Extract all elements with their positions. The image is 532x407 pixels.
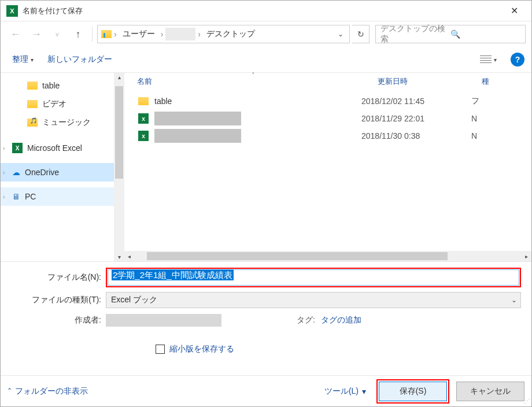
- tree-item-music[interactable]: ミュージック: [1, 113, 114, 132]
- tree-view[interactable]: table ビデオ ミュージック › X Microsoft Excel: [1, 73, 114, 261]
- chevron-up-icon: ˄: [8, 387, 12, 396]
- expand-icon[interactable]: ›: [3, 145, 5, 151]
- list-header[interactable]: 名前 ˄ 更新日時 種: [124, 73, 531, 90]
- filename-highlight: 2学期_2年1組_中間試験成績表: [106, 268, 521, 287]
- scroll-left-icon[interactable]: ◂: [125, 253, 133, 260]
- close-button[interactable]: ✕: [503, 2, 526, 20]
- file-list-pane: 名前 ˄ 更新日時 種 table 2018/12/02 11:45 フ x: [124, 73, 531, 261]
- file-name-masked: [154, 112, 241, 125]
- search-placeholder: デスクトップの検索: [380, 24, 450, 45]
- organize-menu[interactable]: 整理▾: [8, 52, 38, 67]
- list-item[interactable]: x 2018/11/29 22:01 N: [124, 110, 531, 127]
- tree-item-video[interactable]: ビデオ: [1, 95, 114, 113]
- tag-add-link[interactable]: タグの追加: [321, 315, 361, 324]
- music-folder-icon: [27, 119, 38, 127]
- header-date[interactable]: 更新日時: [378, 76, 482, 87]
- expand-icon[interactable]: ›: [3, 169, 5, 176]
- hide-folders-toggle[interactable]: ˄ フォルダーの非表示: [8, 386, 88, 397]
- tree-item-onedrive[interactable]: › ☁ OneDrive: [1, 163, 114, 182]
- forward-button[interactable]: →: [27, 25, 46, 43]
- footer: ˄ フォルダーの非表示 ツール(L) ▾ 保存(S) キャンセル: [1, 375, 531, 406]
- header-type[interactable]: 種: [482, 76, 489, 87]
- file-date: 2018/12/02 11:45: [361, 97, 466, 106]
- folder-icon: [101, 30, 112, 38]
- help-button[interactable]: ?: [511, 53, 524, 66]
- divider: [92, 27, 93, 42]
- scroll-thumb[interactable]: [115, 86, 123, 179]
- chevron-down-icon: ▾: [362, 387, 366, 396]
- save-as-dialog: X 名前を付けて保存 ✕ ← → v ↑ › ユーザー › › デスクトップ ⌄…: [0, 0, 532, 407]
- checkbox-icon[interactable]: [156, 345, 165, 354]
- scroll-right-icon[interactable]: ▸: [523, 253, 530, 260]
- save-button[interactable]: 保存(S): [379, 382, 447, 401]
- list-item[interactable]: table 2018/12/02 11:45 フ: [124, 92, 531, 110]
- toolbar: 整理▾ 新しいフォルダー ▾ ?: [1, 47, 531, 72]
- chevron-right-icon: ›: [114, 29, 117, 39]
- video-folder-icon: [27, 100, 38, 108]
- excel-file-icon: x: [138, 113, 149, 124]
- breadcrumb-users[interactable]: ユーザー: [119, 29, 158, 39]
- scroll-thumb[interactable]: [147, 252, 448, 260]
- tree-item-pc[interactable]: › 🖥 PC: [1, 187, 114, 206]
- new-folder-button[interactable]: 新しいフォルダー: [43, 52, 117, 67]
- file-type: N: [471, 131, 477, 140]
- list-view-icon: [480, 56, 492, 64]
- address-bar[interactable]: › ユーザー › › デスクトップ ⌄: [97, 25, 350, 43]
- chevron-down-icon: ▾: [31, 57, 34, 63]
- up-button[interactable]: ↑: [69, 25, 87, 43]
- file-type: フ: [471, 96, 479, 106]
- file-type: N: [471, 114, 477, 123]
- excel-app-icon: X: [6, 5, 18, 17]
- file-list[interactable]: table 2018/12/02 11:45 フ x 2018/11/29 22…: [124, 90, 531, 251]
- list-item[interactable]: x 2018/11/30 0:38 N: [124, 127, 531, 145]
- tools-menu[interactable]: ツール(L) ▾: [321, 386, 370, 397]
- chevron-down-icon: ⌄: [511, 296, 517, 304]
- folder-icon: [138, 97, 149, 105]
- tree-item-excel[interactable]: › X Microsoft Excel: [1, 139, 114, 157]
- tree-scrollbar[interactable]: ▴ ▾: [114, 73, 124, 261]
- save-highlight: 保存(S): [376, 379, 449, 404]
- content-area: table ビデオ ミュージック › X Microsoft Excel: [1, 72, 531, 261]
- excel-file-icon: x: [138, 131, 149, 141]
- author-value[interactable]: [106, 314, 221, 327]
- tag-label: タグ:: [297, 315, 315, 324]
- excel-icon: X: [12, 143, 23, 153]
- nav-bar: ← → v ↑ › ユーザー › › デスクトップ ⌄ ↻ デスクトップの検索 …: [1, 21, 531, 47]
- chevron-down-icon: ▾: [494, 57, 497, 63]
- file-date: 2018/11/29 22:01: [361, 114, 466, 123]
- chevron-right-icon: ›: [198, 29, 201, 39]
- back-button[interactable]: ←: [6, 25, 25, 43]
- resize-grip-icon[interactable]: ⋰: [524, 398, 530, 405]
- filetype-combo[interactable]: Excel ブック ⌄: [106, 292, 521, 308]
- refresh-button[interactable]: ↻: [352, 25, 370, 43]
- onedrive-icon: ☁: [12, 168, 20, 177]
- window-title: 名前を付けて保存: [23, 6, 83, 16]
- scroll-up-icon[interactable]: ▴: [118, 74, 121, 80]
- pc-icon: 🖥: [12, 192, 20, 201]
- filetype-label: ファイルの種類(T):: [6, 295, 106, 305]
- form-area: ファイル名(N): 2学期_2年1組_中間試験成績表 ファイルの種類(T): E…: [1, 261, 531, 375]
- thumbnail-checkbox[interactable]: 縮小版を保存する: [156, 344, 521, 354]
- file-date: 2018/11/30 0:38: [361, 131, 466, 140]
- titlebar: X 名前を付けて保存 ✕: [1, 1, 531, 21]
- nav-pane: table ビデオ ミュージック › X Microsoft Excel: [1, 73, 124, 261]
- recent-dropdown[interactable]: v: [48, 25, 66, 43]
- scroll-down-icon[interactable]: ▾: [118, 254, 121, 260]
- tree-item-table[interactable]: table: [1, 76, 114, 95]
- filename-input[interactable]: 2学期_2年1組_中間試験成績表: [108, 269, 519, 286]
- author-label: 作成者:: [6, 315, 106, 325]
- chevron-right-icon: ›: [161, 29, 164, 39]
- cancel-button[interactable]: キャンセル: [456, 382, 524, 401]
- breadcrumb-desktop[interactable]: デスクトップ: [203, 29, 258, 39]
- address-dropdown[interactable]: ⌄: [334, 30, 347, 38]
- search-icon: 🔍: [450, 29, 520, 39]
- view-options[interactable]: ▾: [476, 53, 500, 66]
- expand-icon[interactable]: ›: [3, 194, 5, 200]
- search-box[interactable]: デスクトップの検索 🔍: [375, 25, 526, 43]
- file-name-masked: [154, 129, 241, 143]
- filename-label: ファイル名(N):: [6, 272, 106, 283]
- horizontal-scrollbar[interactable]: ◂ ▸: [124, 251, 531, 261]
- sort-indicator-icon: ˄: [252, 72, 255, 79]
- folder-icon: [27, 82, 38, 90]
- breadcrumb-blank[interactable]: [165, 28, 195, 40]
